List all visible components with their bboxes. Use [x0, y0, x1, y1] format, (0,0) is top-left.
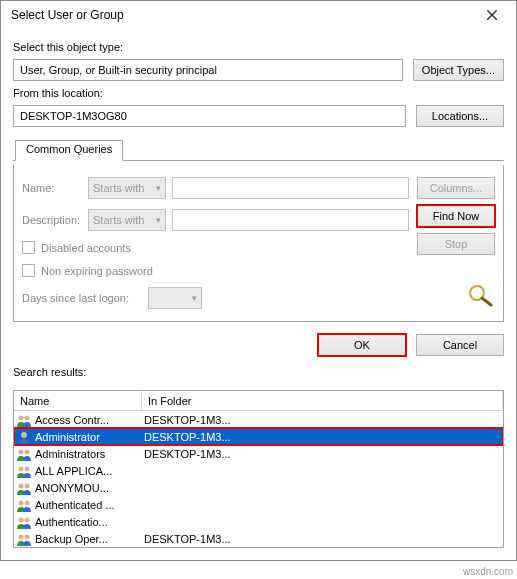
result-folder: DESKTOP-1M3...	[140, 533, 503, 545]
search-results-label: Search results:	[13, 366, 504, 378]
result-folder: DESKTOP-1M3...	[140, 414, 503, 426]
tab-common-queries[interactable]: Common Queries	[15, 140, 123, 161]
group-icon	[16, 446, 32, 462]
desc-filter-label: Description:	[22, 214, 82, 226]
svg-point-14	[25, 500, 30, 505]
svg-point-8	[25, 449, 30, 454]
table-row[interactable]: AdministratorDESKTOP-1M3...	[14, 428, 503, 445]
common-queries-panel: Name: Starts with▾ Description: Starts w…	[13, 165, 504, 322]
table-row[interactable]: ANONYMOU...	[14, 479, 503, 496]
close-button[interactable]	[474, 4, 510, 26]
table-row[interactable]: AdministratorsDESKTOP-1M3...	[14, 445, 503, 462]
result-name: Administrators	[35, 448, 140, 460]
table-row[interactable]: Authenticatio...	[14, 513, 503, 530]
svg-point-12	[25, 483, 30, 488]
search-icon	[467, 283, 495, 309]
svg-point-7	[19, 449, 24, 454]
group-icon	[16, 412, 32, 428]
table-row[interactable]: Authenticated ...	[14, 496, 503, 513]
chevron-down-icon: ▾	[156, 215, 161, 225]
svg-point-10	[25, 466, 30, 471]
dialog-buttons: OK Cancel	[13, 334, 504, 356]
days-logon-combo[interactable]: ▾	[148, 287, 202, 309]
non-expiring-label: Non expiring password	[41, 265, 153, 277]
chevron-down-icon: ▾	[156, 183, 161, 193]
column-name[interactable]: Name	[14, 391, 142, 410]
dialog-body: Select this object type: User, Group, or…	[1, 29, 516, 388]
group-icon	[16, 480, 32, 496]
svg-point-4	[19, 415, 24, 420]
from-location-label: From this location:	[13, 87, 504, 99]
result-name: Authenticatio...	[35, 516, 140, 528]
svg-line-3	[482, 298, 491, 305]
result-folder: DESKTOP-1M3...	[140, 431, 503, 443]
dialog-window: Select User or Group Select this object …	[0, 0, 517, 561]
group-icon	[16, 531, 32, 547]
svg-point-16	[25, 517, 30, 522]
days-logon-label: Days since last logon:	[22, 292, 142, 304]
result-name: Access Contr...	[35, 414, 140, 426]
svg-point-17	[19, 534, 24, 539]
close-icon	[487, 10, 497, 20]
location-field[interactable]: DESKTOP-1M3OG80	[13, 105, 406, 127]
group-icon	[16, 497, 32, 513]
titlebar: Select User or Group	[1, 1, 516, 29]
svg-point-5	[25, 415, 30, 420]
result-name: ANONYMOU...	[35, 482, 140, 494]
results-list: Name In Folder Access Contr...DESKTOP-1M…	[13, 390, 504, 548]
group-icon	[16, 514, 32, 530]
svg-point-13	[19, 500, 24, 505]
result-name: Backup Oper...	[35, 533, 140, 545]
chevron-down-icon: ▾	[192, 293, 197, 303]
table-row[interactable]: Access Contr...DESKTOP-1M3...	[14, 411, 503, 428]
name-filter-label: Name:	[22, 182, 82, 194]
tabs: Common Queries	[13, 139, 504, 161]
result-folder: DESKTOP-1M3...	[140, 448, 503, 460]
results-header: Name In Folder	[14, 391, 503, 411]
name-match-combo[interactable]: Starts with▾	[88, 177, 166, 199]
desc-match-combo[interactable]: Starts with▾	[88, 209, 166, 231]
name-filter-input[interactable]	[172, 177, 409, 199]
locations-button[interactable]: Locations...	[416, 105, 504, 127]
table-row[interactable]: ALL APPLICA...	[14, 462, 503, 479]
result-name: Authenticated ...	[35, 499, 140, 511]
window-title: Select User or Group	[11, 8, 474, 22]
ok-button[interactable]: OK	[318, 334, 406, 356]
column-in-folder[interactable]: In Folder	[142, 391, 503, 410]
columns-button[interactable]: Columns...	[417, 177, 495, 199]
disabled-accounts-label: Disabled accounts	[41, 242, 131, 254]
svg-point-9	[19, 466, 24, 471]
stop-button[interactable]: Stop	[417, 233, 495, 255]
non-expiring-checkbox[interactable]	[22, 264, 35, 277]
desc-filter-input[interactable]	[172, 209, 409, 231]
watermark: wsxdn.com	[463, 566, 513, 577]
results-rows[interactable]: Access Contr...DESKTOP-1M3...Administrat…	[14, 411, 503, 547]
svg-point-18	[25, 534, 30, 539]
svg-point-6	[21, 432, 27, 438]
disabled-accounts-checkbox[interactable]	[22, 241, 35, 254]
group-icon	[16, 463, 32, 479]
object-types-button[interactable]: Object Types...	[413, 59, 504, 81]
result-name: Administrator	[35, 431, 140, 443]
table-row[interactable]: Backup Oper...DESKTOP-1M3...	[14, 530, 503, 547]
result-name: ALL APPLICA...	[35, 465, 140, 477]
object-type-field[interactable]: User, Group, or Built-in security princi…	[13, 59, 403, 81]
cancel-button[interactable]: Cancel	[416, 334, 504, 356]
user-icon	[16, 429, 32, 445]
find-now-button[interactable]: Find Now	[417, 205, 495, 227]
svg-point-11	[19, 483, 24, 488]
object-type-label: Select this object type:	[13, 41, 504, 53]
svg-point-15	[19, 517, 24, 522]
